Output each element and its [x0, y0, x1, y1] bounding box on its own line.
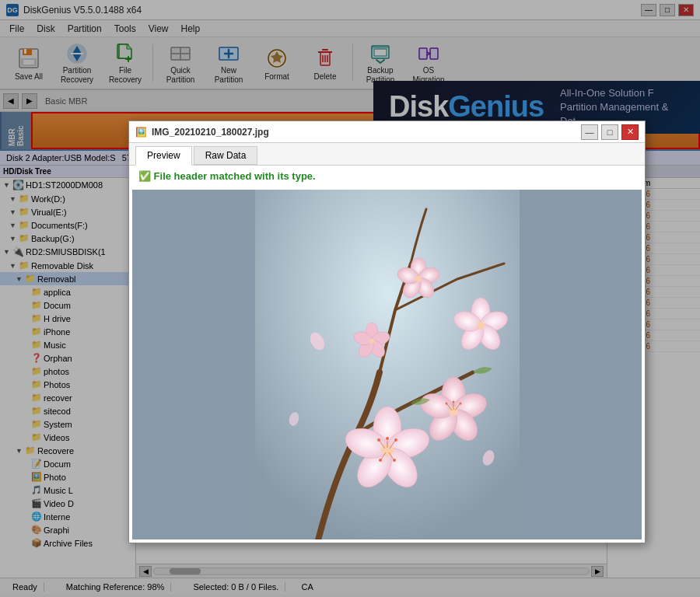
svg-point-67	[369, 339, 374, 344]
cherry-blossom-image	[255, 190, 520, 539]
modal-status-msg: ✅ File header matched with its type.	[129, 166, 645, 187]
svg-point-49	[445, 403, 447, 405]
svg-point-34	[394, 438, 397, 442]
modal-tabs: Preview Raw Data	[129, 143, 645, 166]
modal-close-button[interactable]: ✕	[621, 124, 639, 140]
modal-title: 🖼️ IMG_20210210_180027.jpg	[135, 127, 269, 138]
modal-title-icon: 🖼️	[135, 127, 147, 138]
svg-point-33	[386, 437, 389, 440]
modal-dialog: 🖼️ IMG_20210210_180027.jpg — □ ✕ Preview…	[128, 120, 646, 543]
modal-minimize-button[interactable]: —	[581, 124, 598, 140]
tab-preview[interactable]: Preview	[135, 146, 192, 166]
svg-point-37	[379, 459, 382, 462]
modal-maximize-button[interactable]: □	[601, 124, 618, 140]
modal-controls[interactable]: — □ ✕	[581, 124, 639, 140]
svg-point-36	[393, 459, 396, 462]
modal-overlay: 🖼️ IMG_20210210_180027.jpg — □ ✕ Preview…	[0, 0, 700, 597]
modal-title-bar: 🖼️ IMG_20210210_180027.jpg — □ ✕	[129, 121, 645, 143]
svg-point-48	[459, 403, 461, 405]
svg-point-47	[452, 401, 454, 403]
svg-point-61	[415, 276, 422, 282]
tab-raw-data[interactable]: Raw Data	[194, 146, 258, 165]
modal-content	[129, 187, 645, 543]
svg-rect-21	[255, 190, 520, 539]
svg-point-55	[477, 322, 485, 330]
svg-point-35	[377, 438, 380, 442]
modal-image	[132, 190, 642, 539]
